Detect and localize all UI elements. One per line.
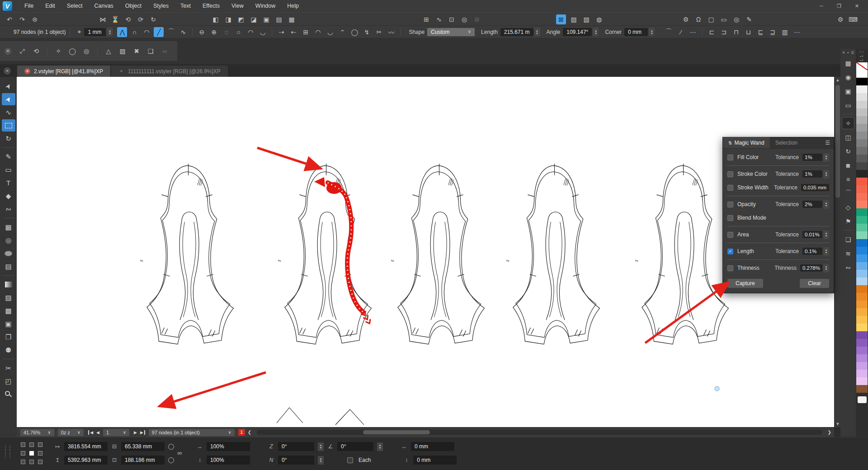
wireframe-view-icon[interactable]: ⊠ [556,14,566,24]
expand-selection-icon[interactable]: ⤢ [17,46,27,56]
tool-perspective-tool[interactable]: ▨ [2,291,15,304]
maximize-icon[interactable]: ❐ [837,3,841,9]
rotation-field[interactable]: 0° [337,442,373,451]
area-checkbox[interactable] [727,232,733,238]
tool-rotate-tool[interactable]: ↻ [2,132,15,145]
document-tab-1[interactable]: ✕2.vstyler [RGB] [@41.8%]XP [17,66,110,77]
color-swatch-14a076[interactable] [856,208,868,216]
offset-y-field[interactable]: 0 mm [413,456,457,465]
area-value-field[interactable]: 0.01% [802,231,822,238]
tool-text-tool[interactable]: T [2,177,15,189]
color-swatch-84d4b4[interactable] [856,231,868,239]
pattern-pieces[interactable] [139,164,729,344]
corner-field[interactable]: 0 mm [624,28,648,36]
value-spinner[interactable]: ▲▼ [823,264,829,273]
blend-mode-checkbox[interactable] [727,215,733,221]
union-icon[interactable]: ◧ [211,14,221,24]
nudge-spinner[interactable]: ▲▼ [107,28,113,36]
arc-segment-icon[interactable]: ⌒ [166,27,176,37]
capture-button[interactable]: Capture [727,279,763,288]
menu-window[interactable]: Window [250,0,281,12]
close-all-tabs-icon[interactable]: ✕ [4,67,11,75]
stroke-color-value-field[interactable]: 1% [802,170,822,178]
anchor-point-selector[interactable] [21,442,46,466]
height-field[interactable]: 188.186 mm [121,456,165,465]
color-swatch-ffffff[interactable] [856,70,868,78]
sharp-node-icon[interactable]: ⋀ [117,27,127,37]
scale-x-field[interactable]: 100% [207,442,250,451]
snap-magnet-icon[interactable]: Ω [693,14,703,24]
color-swatch-f67258[interactable] [856,193,868,201]
more-options-icon[interactable]: ⋯ [688,27,698,37]
corner-round-icon[interactable]: ⌒ [664,27,674,37]
tool-marquee-select-tool[interactable] [2,119,15,132]
tool-extract-tool[interactable]: ✂ [2,362,15,374]
skew-x-field[interactable]: 0° [278,442,314,451]
close-options-icon[interactable]: ✕ [5,48,11,55]
shape-dropdown[interactable]: Custom∨ [427,28,475,36]
distribute-v-icon[interactable]: ⊒ [768,27,778,37]
freeform-select-icon[interactable]: ◯ [67,46,77,56]
color-swatch-5a5a5a[interactable] [856,155,868,162]
shapes-panel-icon[interactable]: ◇ [842,202,854,213]
tab-close-icon[interactable]: ✕ [24,68,30,74]
horizontal-scrollbar[interactable] [257,430,822,435]
scroll-right-icon[interactable]: ❯ [828,430,831,435]
move-forward-icon[interactable]: ⇢ [276,27,286,37]
slice-path-icon[interactable]: ↯ [362,27,372,37]
value-spinner[interactable]: ▲▼ [823,153,829,162]
undo-icon[interactable]: ↶ [5,14,14,24]
line-segment-icon[interactable]: ╱ [154,27,164,37]
tool-vignette-tool[interactable]: ▣ [2,318,15,330]
x-position-field[interactable]: 3816.554 mm [64,442,108,451]
comment-bubble-icon[interactable] [858,396,867,403]
color-swatch-b0b0b0[interactable] [856,116,868,124]
color-swatch-b488da[interactable] [856,354,868,362]
stray-node-handle[interactable] [715,386,719,391]
tool-node-lasso-tool[interactable]: ∿ [2,106,15,118]
symmetric-node-icon[interactable]: ◠ [142,27,151,37]
selected-path-highlight[interactable] [314,177,372,325]
snap-frame-icon[interactable]: ▭ [719,14,729,24]
color-swatch-262626[interactable] [856,170,868,178]
overlay-view-icon[interactable]: ◍ [594,14,604,24]
color-swatch-30b488[interactable] [856,216,868,224]
panel-menu-icon[interactable]: ☰ [821,137,834,148]
scroll-down-icon[interactable]: ▼ [835,421,841,427]
circle-fit-icon[interactable]: ◯ [349,27,359,37]
tool-pathfinder-tool[interactable]: ❐ [2,331,15,343]
color-swatch-0e72ca[interactable] [856,239,868,247]
vertical-scroll-thumb[interactable] [835,85,840,198]
color-swatch-e0781a[interactable] [856,285,868,293]
tab-selection[interactable]: Selection [770,137,803,148]
data-panel-icon[interactable]: ≋ [842,248,854,259]
tool-direct-select-tool[interactable]: ➤ [2,93,15,105]
menu-select[interactable]: Select [61,0,89,12]
value-spinner[interactable]: ▲▼ [823,230,829,239]
align-top-icon[interactable]: ⊓ [731,27,741,37]
remove-node-icon[interactable]: ⊖ [197,27,207,37]
color-swatch-7a4aaa[interactable] [856,331,868,339]
opacity-value-field[interactable]: 2% [802,201,822,208]
clear-button[interactable]: Clear [800,279,829,288]
node-grid-icon[interactable]: ⊞ [301,27,311,37]
color-swatch-f09830[interactable] [856,301,868,308]
image-panel-icon[interactable]: ▣ [842,85,854,97]
first-page-icon[interactable]: ◀ [88,430,93,435]
value-spinner[interactable]: ▲▼ [823,170,829,179]
flip-horizontal-icon[interactable]: ⋈ [98,14,108,24]
y-position-field[interactable]: 5392.963 mm [64,456,108,465]
color-swatch-8c5cbc[interactable] [856,339,868,347]
stroke-color-checkbox[interactable] [727,171,733,177]
color-swatch-8e8e8e[interactable] [856,132,868,139]
length-value-field[interactable]: 0.1% [802,248,822,255]
color-swatch-000000[interactable] [856,78,868,85]
rotate-cw-icon[interactable]: ⟳ [136,14,146,24]
menu-help[interactable]: Help [281,0,305,12]
color-swatch-85542f[interactable] [856,385,868,393]
opacity-checkbox[interactable] [727,202,733,207]
target-guide-icon[interactable]: ◎ [459,14,469,24]
menu-view[interactable]: View [226,0,250,12]
merge-icon[interactable]: ▦ [287,14,297,24]
more-align-icon[interactable]: ⋯ [792,27,802,37]
